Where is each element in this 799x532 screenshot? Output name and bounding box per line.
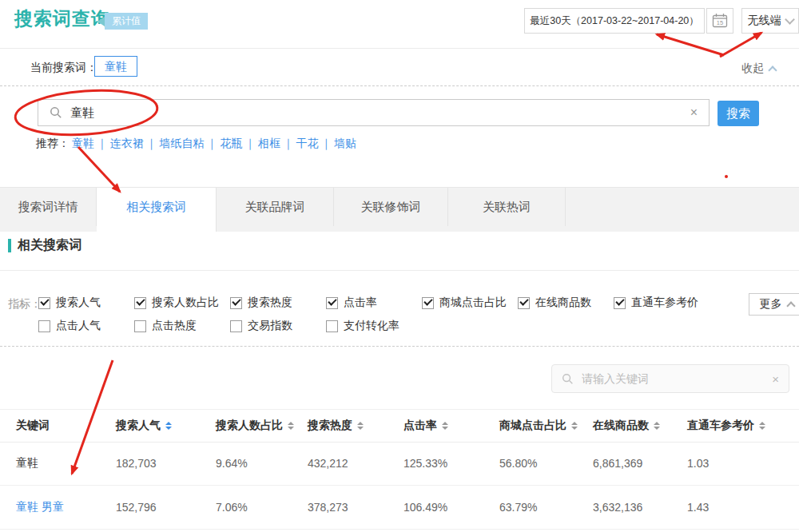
cell-searcher-ratio: 9.64%	[216, 457, 308, 470]
keyword-filter-input[interactable]	[580, 371, 765, 386]
column-header-mall-click-ratio[interactable]: 商城点击占比	[499, 419, 593, 433]
checkbox-checked-icon	[422, 297, 434, 309]
current-term-label: 当前搜索词：	[30, 61, 97, 75]
metric-checkbox-pay-conversion[interactable]: 支付转化率	[326, 319, 400, 333]
recommend-link[interactable]: 连衣裙	[110, 137, 144, 151]
clear-filter-icon[interactable]: ×	[772, 373, 779, 385]
annotation-dot	[725, 175, 728, 178]
recommend-link[interactable]: 童鞋	[72, 137, 94, 151]
sort-icon	[357, 422, 364, 430]
sort-icon	[759, 422, 765, 430]
column-header-search-heat[interactable]: 搜索热度	[308, 419, 403, 433]
tabbar-filler	[566, 188, 799, 226]
header-divider	[0, 48, 799, 49]
sort-icon	[288, 422, 294, 430]
cell-mall-click-ratio: 63.79%	[499, 501, 593, 514]
collapse-toggle[interactable]: 收起	[741, 62, 776, 76]
dashed-divider-top	[0, 85, 799, 86]
search-input[interactable]	[62, 105, 690, 121]
sort-icon	[165, 422, 172, 430]
search-button[interactable]: 搜索	[718, 101, 759, 126]
metric-checkbox-mall-click-ratio[interactable]: 商城点击占比	[422, 296, 507, 310]
dashed-divider-bottom	[0, 346, 799, 347]
cell-search-popularity: 182,703	[116, 457, 216, 470]
terminal-dropdown-label: 无线端	[748, 14, 781, 28]
recommend-label: 推荐：	[36, 137, 70, 151]
column-header-ztc-ref-price[interactable]: 直通车参考价	[687, 419, 799, 433]
tab-related-hot-terms[interactable]: 关联热词	[448, 188, 566, 226]
metric-checkbox-searcher-ratio[interactable]: 搜索人数占比	[134, 296, 219, 310]
recommend-link[interactable]: 干花	[296, 137, 319, 151]
calendar-icon: 15	[712, 13, 728, 29]
table-header-row: 关键词 搜索人气 搜索人数占比 搜索热度 点击率 商城点击占比 在线商品数 直通…	[0, 409, 799, 443]
terminal-dropdown[interactable]: 无线端	[741, 8, 799, 34]
badge-arrow-left	[97, 17, 105, 26]
checkbox-checked-icon	[134, 297, 146, 309]
cumulative-value-badge: 累计值	[97, 13, 148, 30]
collapse-label: 收起	[741, 62, 764, 76]
chevron-up-icon	[786, 301, 795, 310]
annotation-arrow-date-range	[657, 34, 724, 55]
column-header-keyword: 关键词	[0, 419, 116, 433]
tab-search-term-detail[interactable]: 搜索词详情	[0, 188, 97, 226]
sort-icon	[571, 422, 578, 430]
metric-checkbox-click-heat[interactable]: 点击热度	[134, 319, 197, 333]
column-header-search-popularity[interactable]: 搜索人气	[116, 419, 216, 433]
metric-checkbox-search-heat[interactable]: 搜索热度	[230, 296, 292, 310]
separator: ｜	[321, 137, 332, 151]
search-input-box[interactable]: ×	[38, 99, 710, 126]
metric-checkbox-online-products[interactable]: 在线商品数	[518, 296, 591, 310]
metric-checkbox-click-rate[interactable]: 点击率	[326, 296, 377, 310]
cell-searcher-ratio: 7.06%	[216, 501, 308, 514]
separator: ｜	[283, 137, 294, 151]
checkbox-checked-icon	[518, 297, 530, 309]
clear-search-icon[interactable]: ×	[690, 106, 698, 119]
checkbox-unchecked-icon	[134, 320, 146, 332]
annotation-arrow-terminal	[720, 33, 761, 57]
recommend-link[interactable]: 花瓶	[220, 137, 242, 151]
cell-search-heat: 432,212	[308, 457, 403, 470]
page-title: 搜索词查询	[14, 6, 110, 31]
column-header-online-products[interactable]: 在线商品数	[593, 419, 687, 433]
table-row: 童鞋 182,703 9.64% 432,212 125.33% 56.80% …	[0, 441, 799, 486]
section-header: 相关搜索词	[8, 237, 81, 254]
tab-related-modifier-terms[interactable]: 关联修饰词	[334, 188, 448, 226]
calendar-day-number: 15	[717, 19, 723, 26]
search-term-query-page: 搜索词查询 累计值 最近30天（2017-03-22~2017-04-20） 1…	[0, 0, 799, 532]
column-header-click-rate[interactable]: 点击率	[403, 419, 499, 433]
date-range-selector[interactable]: 最近30天（2017-03-22~2017-04-20）	[524, 8, 705, 34]
cell-keyword-link[interactable]: 童鞋 男童	[0, 500, 116, 514]
chevron-up-icon	[768, 66, 777, 74]
metric-checkbox-trade-index[interactable]: 交易指数	[230, 319, 292, 333]
column-header-searcher-ratio[interactable]: 搜索人数占比	[216, 419, 308, 433]
cell-click-rate: 106.49%	[403, 501, 499, 514]
current-term-button[interactable]: 童鞋	[94, 56, 137, 77]
metric-checkbox-click-popularity[interactable]: 点击人气	[38, 319, 101, 333]
cell-ztc-ref-price: 1.43	[687, 501, 799, 514]
cell-click-rate: 125.33%	[403, 457, 499, 470]
recommend-link[interactable]: 相框	[258, 137, 280, 151]
more-metrics-button[interactable]: 更多	[749, 293, 799, 316]
recommend-link[interactable]: 墙纸自粘	[159, 137, 204, 151]
checkbox-checked-icon	[614, 297, 626, 309]
keyword-filter-box[interactable]: ×	[551, 364, 789, 393]
checkbox-unchecked-icon	[38, 320, 50, 332]
checkbox-checked-icon	[38, 297, 50, 309]
search-icon	[562, 373, 574, 385]
cell-ztc-ref-price: 1.03	[687, 457, 799, 470]
calendar-button[interactable]: 15	[706, 8, 733, 34]
metrics-label: 指标：	[8, 297, 42, 312]
tab-related-search-terms[interactable]: 相关搜索词	[97, 188, 217, 232]
table-row: 童鞋 男童 152,796 7.06% 378,273 106.49% 63.7…	[0, 485, 799, 530]
section-accent-bar	[8, 239, 11, 252]
recommend-link[interactable]: 墙贴	[334, 137, 356, 151]
section-divider	[0, 270, 799, 271]
metric-checkbox-search-popularity[interactable]: 搜索人气	[38, 296, 101, 310]
chevron-down-icon	[785, 14, 795, 25]
cell-search-popularity: 152,796	[116, 501, 216, 514]
tab-related-brand-terms[interactable]: 关联品牌词	[217, 188, 334, 226]
more-label: 更多	[760, 297, 782, 312]
section-title: 相关搜索词	[18, 237, 81, 254]
sort-icon	[654, 422, 660, 430]
metric-checkbox-ztc-ref-price[interactable]: 直通车参考价	[614, 296, 698, 310]
